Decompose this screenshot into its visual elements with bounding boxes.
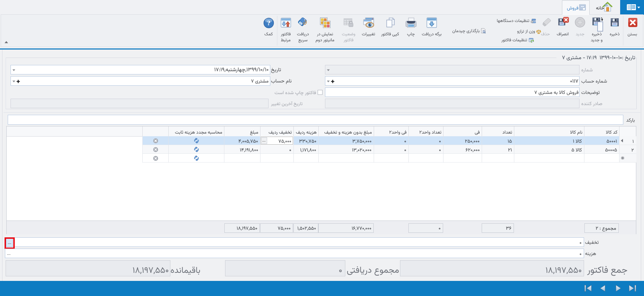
svg-text:?: ? — [267, 19, 271, 27]
